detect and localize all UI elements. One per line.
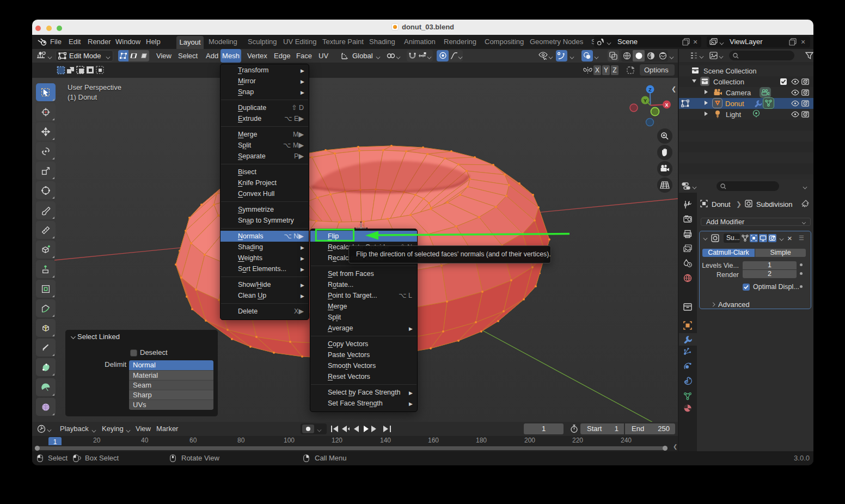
svg-text:X: X	[665, 102, 668, 108]
svg-text:Z: Z	[648, 87, 652, 93]
svg-text:Y: Y	[644, 98, 647, 103]
